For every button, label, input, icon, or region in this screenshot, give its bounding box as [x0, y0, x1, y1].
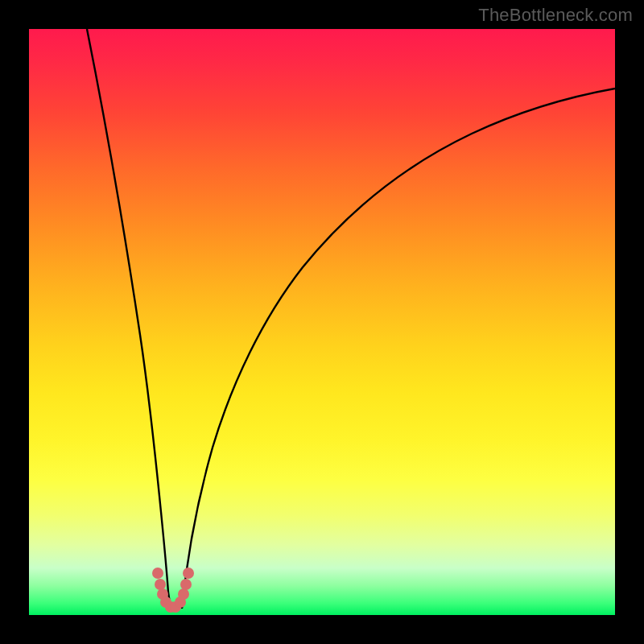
- curve-right-branch: [182, 89, 615, 609]
- svg-point-7: [178, 588, 189, 600]
- svg-point-9: [183, 568, 194, 579]
- svg-point-8: [180, 579, 192, 590]
- valley-marker-cluster: [152, 568, 194, 613]
- svg-point-0: [152, 568, 163, 579]
- chart-frame: TheBottleneck.com: [0, 0, 644, 644]
- svg-point-1: [155, 579, 166, 590]
- curve-left-branch: [87, 29, 171, 609]
- watermark-text: TheBottleneck.com: [478, 5, 633, 26]
- curve-layer: [29, 29, 615, 615]
- plot-area: [29, 29, 615, 615]
